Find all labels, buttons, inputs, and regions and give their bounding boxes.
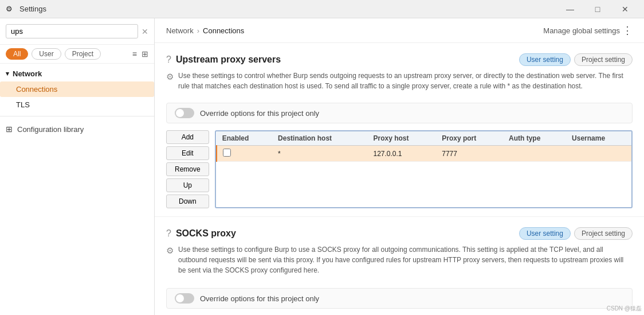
socks-project-setting-button[interactable]: Project setting	[574, 227, 633, 240]
breadcrumb-separator: ›	[197, 26, 199, 35]
manage-global-settings[interactable]: Manage global settings ⋮	[543, 24, 633, 37]
layout-icon[interactable]: ⊞	[142, 49, 148, 59]
col-destination-host: Destination host	[272, 131, 367, 146]
socks-description: Use these settings to configure Burp to …	[178, 244, 633, 275]
upstream-table-container: Enabled Destination host Proxy host Prox…	[215, 130, 633, 208]
socks-settings-icon: ⚙	[166, 246, 174, 256]
remove-button[interactable]: Remove	[166, 162, 209, 176]
search-clear-button[interactable]: ✕	[142, 27, 148, 36]
add-button[interactable]: Add	[166, 130, 209, 144]
row-checkbox[interactable]	[223, 149, 231, 157]
col-proxy-port: Proxy port	[436, 131, 503, 146]
search-bar: ✕	[0, 18, 154, 45]
sidebar-section-network: ▾ Network Connections TLS	[0, 66, 154, 112]
more-options-icon[interactable]: ⋮	[622, 24, 633, 37]
cell-proxy-port: 7777	[436, 146, 503, 162]
socks-toggle-row: Override options for this project only	[166, 288, 633, 309]
content-area: Network › Connections Manage global sett…	[155, 18, 644, 315]
col-username: Username	[566, 131, 631, 146]
filter-bar: All User Project ≡ ⊞	[0, 45, 154, 64]
manage-global-settings-label: Manage global settings	[543, 26, 620, 35]
upstream-toggle-slider	[175, 108, 194, 118]
col-enabled: Enabled	[217, 131, 272, 146]
socks-toggle[interactable]	[175, 293, 194, 304]
chevron-down-icon: ▾	[6, 70, 9, 77]
config-library-item[interactable]: ⊞ Configuration library	[0, 120, 154, 138]
upstream-toggle-label: Override options for this project only	[200, 109, 319, 118]
breadcrumb: Network › Connections	[166, 26, 244, 35]
socks-toggle-slider	[175, 293, 194, 304]
sidebar-item-tls[interactable]: TLS	[0, 97, 154, 112]
filter-icons: ≡ ⊞	[132, 49, 148, 59]
filter-project-button[interactable]: Project	[65, 48, 101, 60]
titlebar: ⚙ Settings — □ ✕	[0, 0, 644, 18]
table-row[interactable]: * 127.0.0.1 7777	[217, 146, 631, 162]
table-expand-arrow[interactable]: ▶	[632, 165, 633, 173]
socks-title-left: ? SOCKS proxy	[166, 228, 236, 239]
close-button[interactable]: ✕	[612, 0, 638, 18]
maximize-button[interactable]: □	[584, 0, 611, 18]
sidebar-item-connections[interactable]: Connections	[0, 81, 154, 97]
cell-enabled	[217, 146, 272, 162]
minimize-button[interactable]: —	[557, 0, 583, 18]
sidebar-section-network-label: Network	[13, 69, 42, 78]
upstream-proxy-section: ? Upstream proxy servers User setting Pr…	[155, 43, 644, 217]
socks-title: SOCKS proxy	[176, 228, 236, 239]
socks-title-row: ? SOCKS proxy User setting Project setti…	[166, 227, 633, 240]
socks-user-setting-button[interactable]: User setting	[519, 227, 571, 240]
titlebar-title: Settings	[19, 5, 557, 13]
breadcrumb-current: Connections	[203, 26, 244, 35]
upstream-proxy-title-left: ? Upstream proxy servers	[166, 55, 281, 65]
filter-user-button[interactable]: User	[32, 48, 61, 60]
config-library-label: Configuration library	[17, 125, 84, 134]
cell-destination-host: *	[272, 146, 367, 162]
cell-auth-type	[503, 146, 566, 162]
upstream-toggle[interactable]	[175, 108, 194, 118]
upstream-proxy-title-row: ? Upstream proxy servers User setting Pr…	[166, 53, 633, 66]
upstream-proxy-help-icon[interactable]: ?	[166, 55, 171, 65]
upstream-toggle-row: Override options for this project only	[166, 103, 633, 123]
upstream-proxy-settings-icon: ⚙	[166, 72, 174, 82]
cell-proxy-host: 127.0.0.1	[368, 146, 437, 162]
edit-button[interactable]: Edit	[166, 146, 209, 160]
upstream-proxy-settings-buttons: User setting Project setting	[519, 53, 633, 66]
sidebar-content: ▾ Network Connections TLS ⊞ Configuratio…	[0, 64, 154, 315]
upstream-project-setting-button[interactable]: Project setting	[574, 53, 633, 66]
sort-icon[interactable]: ≡	[132, 49, 137, 59]
socks-toggle-label: Override options for this project only	[200, 294, 319, 303]
sidebar-section-network-header[interactable]: ▾ Network	[0, 66, 154, 81]
socks-settings-buttons: User setting Project setting	[519, 227, 633, 240]
upstream-user-setting-button[interactable]: User setting	[519, 53, 571, 66]
filter-all-button[interactable]: All	[6, 48, 28, 60]
config-library-icon: ⊞	[6, 125, 13, 134]
content-header: Network › Connections Manage global sett…	[155, 18, 644, 43]
app-icon: ⚙	[6, 5, 15, 14]
upstream-table: Enabled Destination host Proxy host Prox…	[216, 131, 631, 162]
upstream-table-buttons: Add Edit Remove Up Down	[166, 130, 209, 208]
window-controls: — □ ✕	[557, 0, 638, 18]
main-layout: ✕ All User Project ≡ ⊞ ▾ Network Connect…	[0, 18, 644, 315]
col-proxy-host: Proxy host	[368, 131, 437, 146]
upstream-proxy-title: Upstream proxy servers	[176, 55, 281, 65]
up-button[interactable]: Up	[166, 178, 209, 192]
sidebar: ✕ All User Project ≡ ⊞ ▾ Network Connect…	[0, 18, 155, 315]
upstream-table-area: Add Edit Remove Up Down Enabled Destinat…	[166, 130, 633, 208]
cell-username	[566, 146, 631, 162]
sidebar-divider	[0, 116, 154, 116]
search-input[interactable]	[6, 24, 138, 38]
socks-proxy-section: ? SOCKS proxy User setting Project setti…	[155, 217, 644, 315]
col-auth-type: Auth type	[503, 131, 566, 146]
socks-help-icon[interactable]: ?	[166, 228, 171, 239]
down-button[interactable]: Down	[166, 195, 209, 208]
breadcrumb-parent[interactable]: Network	[166, 26, 194, 35]
upstream-proxy-description: Use these settings to control whether Bu…	[178, 71, 633, 91]
table-header-row: Enabled Destination host Proxy host Prox…	[217, 131, 631, 146]
watermark: CSDN @猿磊	[607, 305, 642, 313]
